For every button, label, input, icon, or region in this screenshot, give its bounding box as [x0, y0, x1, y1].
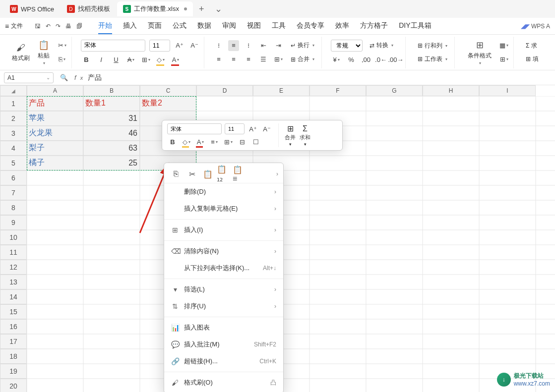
col-header-G[interactable]: G: [366, 85, 423, 96]
ctx-paste-special-icon[interactable]: 📋≡: [233, 168, 247, 180]
row-header-1[interactable]: 1: [0, 96, 27, 111]
ctx-paste-values-icon[interactable]: 📋₁₂: [217, 168, 231, 180]
row-header-3[interactable]: 3: [0, 126, 27, 141]
col-header-H[interactable]: H: [423, 85, 479, 96]
tab-diy[interactable]: DIY工具箱: [399, 18, 431, 34]
zoom-in-icon[interactable]: 🔍: [59, 72, 69, 83]
tab-ffgz[interactable]: 方方格子: [360, 18, 388, 34]
tab-docer-template[interactable]: D 找稻壳模板: [61, 1, 116, 16]
align-middle-button[interactable]: ≡: [228, 40, 239, 51]
cell-A1[interactable]: 产品: [27, 96, 83, 111]
row-header-20[interactable]: 20: [0, 379, 27, 392]
strikethrough-button[interactable]: A: [125, 55, 136, 65]
mini-decrease-font[interactable]: A⁻: [261, 123, 272, 134]
ctx-hyperlink[interactable]: 🔗超链接(H)...Ctrl+K: [164, 353, 283, 370]
decrease-font-button[interactable]: A⁻: [189, 40, 200, 51]
row-header-2[interactable]: 2: [0, 111, 27, 126]
tab-data[interactable]: 数据: [197, 18, 211, 34]
font-name-select[interactable]: [81, 40, 145, 52]
cut-button[interactable]: ✂: [57, 40, 67, 51]
ctx-clear[interactable]: ⌫清除内容(N)›: [164, 243, 283, 260]
ctx-filter[interactable]: ▾筛选(L)›: [164, 281, 283, 298]
font-color-button[interactable]: A: [170, 55, 181, 65]
wrap-text-button[interactable]: ↵ 换行: [288, 40, 317, 51]
number-format-select[interactable]: 常规: [331, 40, 363, 52]
bold-button[interactable]: B: [81, 55, 92, 65]
row-header-18[interactable]: 18: [0, 349, 27, 364]
mini-increase-font[interactable]: A⁺: [247, 123, 258, 134]
cell-B3[interactable]: 46: [83, 126, 140, 141]
comma-button[interactable]: ,00: [361, 55, 371, 65]
border-button[interactable]: ⊞: [140, 55, 151, 65]
align-top-button[interactable]: ⫶: [213, 40, 224, 51]
cell-A3[interactable]: 火龙果: [27, 126, 83, 141]
row-header-15[interactable]: 15: [0, 304, 27, 319]
mini-font-size[interactable]: [225, 123, 245, 134]
row-header-9[interactable]: 9: [0, 215, 27, 230]
undo-icon[interactable]: ↶: [46, 23, 51, 30]
select-all-corner[interactable]: ◢: [0, 85, 27, 96]
col-header-B[interactable]: B: [83, 85, 140, 96]
tab-insert[interactable]: 插入: [123, 18, 137, 34]
increase-decimal-button[interactable]: .00→: [390, 55, 401, 65]
row-header-13[interactable]: 13: [0, 275, 27, 289]
underline-button[interactable]: U: [111, 55, 122, 65]
formula-input[interactable]: 产品: [88, 73, 102, 82]
cell-A5[interactable]: 橘子: [27, 156, 83, 170]
cell-B2[interactable]: 31: [83, 111, 140, 126]
ctx-dropdown-select[interactable]: 从下拉列表中选择(K)...Alt+↓: [164, 260, 283, 277]
increase-font-button[interactable]: A⁺: [174, 40, 185, 51]
align-bottom-button[interactable]: ⫶: [243, 40, 254, 51]
mini-font-color[interactable]: A: [195, 136, 206, 147]
cell-C1[interactable]: 数量2: [140, 96, 196, 111]
mini-sum-button[interactable]: Σ求和▾: [300, 124, 310, 147]
italic-button[interactable]: I: [96, 55, 107, 65]
tab-add-button[interactable]: +: [194, 4, 209, 14]
mini-merge-button[interactable]: ⊞合并▾: [285, 124, 296, 147]
ctx-format-painter[interactable]: 🖌格式刷(O)凸: [164, 374, 283, 391]
col-header-E[interactable]: E: [253, 85, 309, 96]
mini-border[interactable]: ⊞: [223, 136, 234, 147]
convert-button[interactable]: ⇄ 转换: [367, 40, 396, 51]
tab-home[interactable]: 开始: [98, 18, 112, 34]
row-header-7[interactable]: 7: [0, 185, 27, 200]
tab-wps-office[interactable]: W WPS Office: [4, 1, 60, 16]
font-size-select[interactable]: [149, 40, 170, 52]
worksheet-button[interactable]: ⊞ 工作表: [415, 54, 450, 64]
col-header-F[interactable]: F: [309, 85, 366, 96]
row-header-6[interactable]: 6: [0, 170, 27, 185]
orientation-button[interactable]: ⊞: [273, 54, 284, 65]
row-header-14[interactable]: 14: [0, 289, 27, 304]
percent-button[interactable]: %: [346, 55, 357, 65]
align-center-button[interactable]: ≡: [228, 54, 239, 65]
col-header-C[interactable]: C: [140, 85, 196, 96]
ctx-insert-copied[interactable]: 插入复制单元格(E)›: [164, 200, 283, 217]
ctx-insert-comment[interactable]: 💬插入批注(M)Shift+F2: [164, 336, 283, 353]
format-painter-button[interactable]: 🖌格式刷: [8, 42, 34, 63]
format-button[interactable]: ⊞: [498, 54, 509, 65]
indent-increase-button[interactable]: ⇥: [273, 40, 284, 51]
mini-bold[interactable]: B: [167, 136, 178, 147]
print-preview-icon[interactable]: 🗐: [76, 23, 82, 30]
row-header-4[interactable]: 4: [0, 141, 27, 156]
mini-format[interactable]: ☐: [250, 136, 261, 147]
paste-button[interactable]: 📋粘贴: [34, 39, 54, 66]
wps-ai-button[interactable]: ◢◤ WPS A: [521, 23, 550, 30]
cell-B5[interactable]: 25: [83, 156, 140, 170]
fill-color-button[interactable]: ◇: [155, 55, 166, 65]
fill-button[interactable]: ⊞ 填: [523, 54, 542, 64]
col-header-D[interactable]: D: [196, 85, 253, 96]
file-menu[interactable]: ≡ 文件: [5, 22, 23, 30]
row-header-17[interactable]: 17: [0, 334, 27, 349]
tab-workbook[interactable]: S 工作簿数量.xlsx: [117, 1, 193, 16]
cell-A4[interactable]: 梨子: [27, 141, 83, 156]
col-header-A[interactable]: A: [27, 85, 83, 96]
currency-button[interactable]: ¥: [331, 55, 342, 65]
mini-align[interactable]: ≡: [209, 136, 220, 147]
rowcol-button[interactable]: ⊞ 行和列: [415, 41, 450, 51]
conditional-format-button[interactable]: ⊞条件格式: [464, 39, 495, 66]
merge-button[interactable]: ⊞ 合并: [288, 54, 317, 64]
align-right-button[interactable]: ≡: [243, 54, 254, 65]
ctx-paste-icon[interactable]: 📋: [201, 168, 215, 180]
name-box[interactable]: A1⌄: [4, 72, 54, 83]
